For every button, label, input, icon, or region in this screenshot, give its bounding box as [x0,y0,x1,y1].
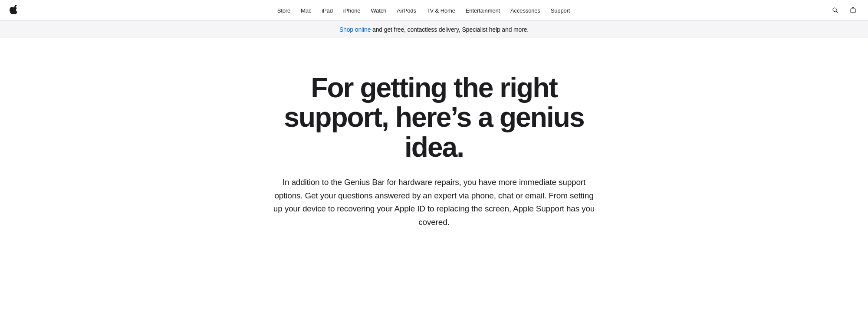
nav-actions [830,5,858,16]
main-nav: Store Mac iPad iPhone Watch AirPods TV &… [0,0,868,21]
nav-item-entertainment[interactable]: Entertainment [460,7,505,14]
bag-button[interactable] [848,5,858,16]
search-icon [832,7,839,14]
search-button[interactable] [830,5,841,16]
nav-item-watch[interactable]: Watch [365,7,391,14]
hero-body: In addition to the Genius Bar for hardwa… [269,176,599,229]
apple-logo[interactable] [10,5,17,16]
hero-title: For getting the right support, here’s a … [256,73,612,162]
nav-item-ipad[interactable]: iPad [316,7,338,14]
nav-item-support[interactable]: Support [546,7,575,14]
nav-links: Store Mac iPad iPhone Watch AirPods TV &… [17,7,830,14]
banner-text: and get free, contactless delivery, Spec… [371,26,529,33]
nav-item-iphone[interactable]: iPhone [338,7,366,14]
nav-item-airpods[interactable]: AirPods [391,7,421,14]
promo-banner: Shop online and get free, contactless de… [0,21,868,38]
shop-online-link[interactable]: Shop online [339,26,371,33]
nav-item-mac[interactable]: Mac [296,7,316,14]
nav-item-store[interactable]: Store [272,7,296,14]
nav-item-tv-home[interactable]: TV & Home [421,7,460,14]
nav-item-accessories[interactable]: Accessories [505,7,546,14]
apple-icon [10,5,17,14]
bag-icon [849,7,857,14]
hero-section: For getting the right support, here’s a … [239,38,629,255]
